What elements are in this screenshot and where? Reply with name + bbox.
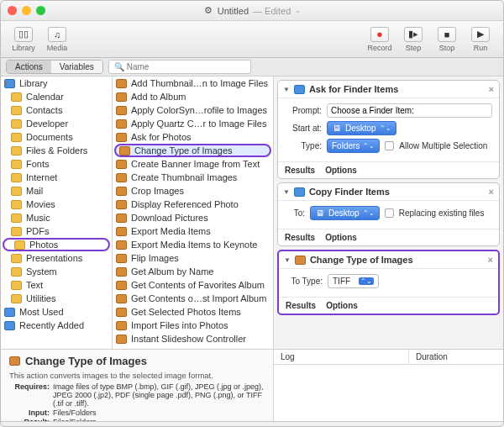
options-button[interactable]: Options (325, 166, 357, 175)
sidebar-most-used[interactable]: Most Used (1, 305, 112, 319)
options-button[interactable]: Options (326, 301, 358, 310)
action-item[interactable]: Get Selected Photos Items (113, 305, 273, 319)
sidebar-item-calendar[interactable]: Calendar (1, 90, 112, 103)
disclosure-icon[interactable]: ▼ (283, 188, 290, 196)
run-button[interactable]: ▶ Run (465, 27, 496, 52)
sidebar-item-documents[interactable]: Documents (1, 130, 112, 144)
log-col-duration[interactable]: Duration (409, 350, 503, 364)
action-item[interactable]: Get Contents o…st Import Album (113, 292, 273, 305)
to-type-popup[interactable]: TIFF⌃⌄ (328, 274, 379, 288)
tab-variables[interactable]: Variables (51, 61, 102, 73)
action-item[interactable]: Download Pictures (113, 211, 273, 224)
minimize-window-button[interactable] (22, 6, 31, 15)
preview-icon (116, 173, 127, 182)
sidebar-item-system[interactable]: System (1, 265, 112, 278)
sidebar-item-fonts[interactable]: Fonts (1, 157, 112, 171)
type-popup[interactable]: Folders⌃⌄ (327, 139, 380, 153)
sidebar-item-internet[interactable]: Internet (1, 171, 112, 184)
action-title: Change Type of Images (310, 255, 413, 265)
action-item[interactable]: Display Referenced Photo (113, 198, 273, 211)
desktop-icon: 🖥 (332, 124, 342, 133)
prompt-input[interactable] (327, 103, 492, 118)
action-item[interactable]: Export Media Items to Keynote (113, 238, 273, 251)
sidebar-item-photos[interactable]: Photos (3, 238, 110, 251)
results-button[interactable]: Results (285, 166, 315, 175)
tab-actions[interactable]: Actions (7, 61, 51, 73)
replace-checkbox[interactable] (385, 208, 394, 218)
workflow-canvas[interactable]: ▼ Ask for Finder Items × Prompt: Start a… (274, 76, 503, 349)
action-item[interactable]: Create Banner Image from Text (113, 157, 273, 171)
results-button[interactable]: Results (285, 233, 315, 242)
preview-icon (116, 254, 127, 263)
folder-icon (11, 160, 22, 169)
disclosure-icon[interactable]: ▼ (283, 86, 290, 93)
remove-action-button[interactable]: × (489, 84, 494, 94)
action-item[interactable]: Instant Slideshow Controller (113, 332, 273, 345)
desktop-icon: 🖥 (315, 209, 325, 218)
stop-button[interactable]: ■ Stop (431, 27, 463, 52)
log-col-log[interactable]: Log (274, 350, 409, 364)
zoom-window-button[interactable] (36, 6, 45, 15)
to-popup[interactable]: 🖥Desktop⌃⌄ (310, 206, 380, 220)
media-icon: ♫ (48, 27, 66, 42)
preview-icon (116, 106, 127, 115)
action-item[interactable]: Get Contents of Favorites Album (113, 278, 273, 292)
sidebar-item-files-folders[interactable]: Files & Folders (1, 144, 112, 157)
options-button[interactable]: Options (325, 233, 357, 242)
to-label: To: (285, 208, 305, 218)
media-button[interactable]: ♫ Media (41, 27, 73, 52)
action-item[interactable]: Add Thumbnail…n to Image Files (113, 76, 273, 90)
remove-action-button[interactable]: × (488, 255, 493, 265)
folder-icon (11, 133, 22, 142)
preview-icon (116, 92, 127, 102)
sidebar-item-text[interactable]: Text (1, 278, 112, 292)
sidebar-item-mail[interactable]: Mail (1, 184, 112, 198)
description-input: Files/Folders (53, 409, 97, 417)
action-item[interactable]: Import Files into Photos (113, 319, 273, 332)
finder-icon (294, 187, 305, 197)
action-item[interactable]: Ask for Photos (113, 130, 273, 144)
folder-icon (11, 267, 22, 277)
sidebar-root-library[interactable]: ▼ Library (1, 76, 112, 90)
search-input[interactable] (127, 62, 245, 71)
search-field[interactable]: 🔍 (108, 60, 251, 74)
action-item[interactable]: Add to Album (113, 90, 273, 103)
action-item[interactable]: Export Media Items (113, 224, 273, 238)
gear-menu[interactable]: ⚙︎ (8, 424, 17, 428)
sidebar-item-contacts[interactable]: Contacts (1, 103, 112, 117)
sidebar-item-developer[interactable]: Developer (1, 117, 112, 130)
folder-icon (11, 173, 22, 182)
results-button[interactable]: Results (286, 301, 316, 310)
start-at-label: Start at: (285, 124, 322, 133)
action-item[interactable]: Apply ColorSyn…rofile to Images (113, 103, 273, 117)
title-dropdown-icon[interactable]: ⌄ (295, 7, 301, 14)
disclosure-icon[interactable]: ▼ (3, 80, 9, 87)
sidebar-item-presentations[interactable]: Presentations (1, 251, 112, 265)
action-item[interactable]: Change Type of Images (114, 144, 271, 157)
action-item[interactable]: Flip Images (113, 251, 273, 265)
sidebar-item-pdfs[interactable]: PDFs (1, 224, 112, 238)
start-at-popup[interactable]: 🖥Desktop⌃⌄ (327, 121, 396, 135)
preview-icon (116, 187, 127, 196)
chevron-updown-icon: ⌃⌄ (380, 124, 391, 132)
remove-action-button[interactable]: × (489, 187, 494, 197)
step-button[interactable]: ▮▸ Step (397, 27, 429, 52)
sidebar-item-movies[interactable]: Movies (1, 198, 112, 211)
action-item[interactable]: Get Album by Name (113, 265, 273, 278)
sidebar-item-music[interactable]: Music (1, 211, 112, 224)
action-item[interactable]: Create Thumbnail Images (113, 171, 273, 184)
folder-icon (11, 227, 22, 236)
allow-multiple-checkbox[interactable] (385, 141, 394, 150)
close-window-button[interactable] (8, 6, 17, 15)
stop-icon: ■ (438, 27, 456, 42)
action-item[interactable]: Apply Quartz C…r to Image Files (113, 117, 273, 130)
log-body (274, 365, 503, 421)
sidebar-item-utilities[interactable]: Utilities (1, 292, 112, 305)
record-button[interactable]: ● Record (364, 27, 396, 52)
action-item[interactable]: Crop Images (113, 184, 273, 198)
preview-icon (116, 281, 127, 290)
disclosure-icon[interactable]: ▼ (284, 256, 291, 264)
sidebar-recently-added[interactable]: Recently Added (1, 319, 112, 332)
library-button[interactable]: ▯▯ Library (8, 27, 39, 52)
action-title: Ask for Finder Items (309, 84, 398, 94)
